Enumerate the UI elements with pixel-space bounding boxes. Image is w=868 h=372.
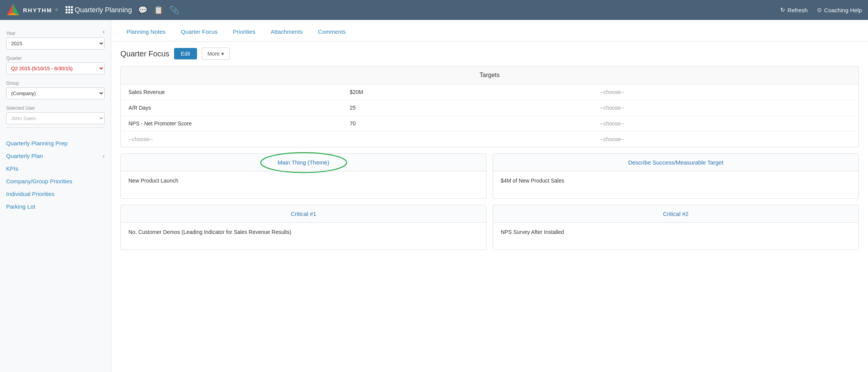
selected-user-select[interactable]: John Sales <box>6 112 105 124</box>
quarter-select[interactable]: Q2 2015 (5/10/15 - 6/30/15) <box>6 63 105 74</box>
coaching-help-button[interactable]: ⊙ Coaching Help <box>817 7 862 13</box>
tab-planning-notes[interactable]: Planning Notes <box>119 23 173 41</box>
page-title: Quarterly Planning <box>75 6 132 14</box>
main-thing-card: Main Thing (Theme) New Product Launch <box>120 153 487 199</box>
nav-right: ↻ Refresh ⊙ Coaching Help <box>780 7 862 13</box>
target-name-2: A/R Days <box>121 100 342 116</box>
sidebar-collapse-button[interactable]: ‹ <box>103 28 105 35</box>
more-button[interactable]: More ▾ <box>202 48 230 60</box>
sidebar-item-individual-priorities[interactable]: Individual Priorities <box>6 188 105 200</box>
tab-attachments[interactable]: Attachments <box>263 23 310 41</box>
selected-user-label: Selected User <box>6 105 105 111</box>
target-value-4 <box>342 132 490 147</box>
describe-success-card: Describe Success/Measurable Target $4M o… <box>493 153 859 199</box>
sidebar: Year ‹ 2015 Quarter Q2 2015 (5/10/15 - 6… <box>0 20 111 372</box>
content-area: Planning Notes Quarter Focus Priorities … <box>111 20 868 372</box>
quarter-label: Quarter <box>6 56 105 61</box>
tab-quarter-focus[interactable]: Quarter Focus <box>173 23 225 41</box>
tabs-row: Planning Notes Quarter Focus Priorities … <box>111 23 868 41</box>
sidebar-item-kpis[interactable]: KPIs <box>6 162 105 175</box>
tab-priorities[interactable]: Priorities <box>225 23 263 41</box>
table-row: Sales Revenue $20M --choose-- <box>121 84 858 100</box>
content-body: Targets Sales Revenue $20M --choose-- A/… <box>111 66 868 265</box>
table-row: A/R Days 25 --choose-- <box>121 100 858 116</box>
logo-text: RHYTHM <box>23 7 52 13</box>
targets-table: Sales Revenue $20M --choose-- A/R Days 2… <box>121 84 858 147</box>
chat-icon[interactable]: 💬 <box>138 5 148 15</box>
top-navigation: RHYTHM ® Quarterly Planning 💬 📋 📎 ↻ Refr… <box>0 0 868 20</box>
targets-card: Targets Sales Revenue $20M --choose-- A/… <box>120 66 859 147</box>
tab-comments[interactable]: Comments <box>310 23 353 41</box>
critical-1-body: No. Customer Demos (Leading Indicator fo… <box>121 223 486 250</box>
critical-grid: Critical #1 No. Customer Demos (Leading … <box>120 205 859 250</box>
main-theme-grid: Main Thing (Theme) New Product Launch De… <box>120 153 859 199</box>
target-choose-1: --choose-- <box>592 84 858 100</box>
target-value-2: 25 <box>342 100 490 116</box>
describe-success-body: $4M of New Product Sales <box>493 171 858 198</box>
rhythm-logo <box>6 3 20 17</box>
critical-2-card: Critical #2 NPS Survey After Installed <box>493 205 859 250</box>
target-choose-4: --choose-- <box>592 132 858 147</box>
refresh-icon: ↻ <box>780 7 785 13</box>
target-name-4: --choose-- <box>121 132 342 147</box>
sidebar-item-company-group-priorities[interactable]: Company/Group Priorities <box>6 175 105 188</box>
target-value-3: 70 <box>342 116 490 132</box>
logo-area: RHYTHM ® <box>6 3 58 17</box>
critical-2-body: NPS Survey After Installed <box>493 223 858 250</box>
target-empty-2 <box>490 100 592 116</box>
group-label: Group <box>6 81 105 86</box>
copy-icon[interactable]: 📋 <box>154 5 163 15</box>
target-name-3: NPS - Net Promoter Score <box>121 116 342 132</box>
target-choose-3: --choose-- <box>592 116 858 132</box>
chevron-left-icon: ‹ <box>103 153 105 159</box>
question-circle-icon: ⊙ <box>817 7 822 13</box>
critical-1-card: Critical #1 No. Customer Demos (Leading … <box>120 205 487 250</box>
main-layout: Year ‹ 2015 Quarter Q2 2015 (5/10/15 - 6… <box>0 20 868 372</box>
year-select[interactable]: 2015 <box>6 38 105 49</box>
target-name-1: Sales Revenue <box>121 84 342 100</box>
target-choose-2: --choose-- <box>592 100 858 116</box>
quarter-focus-title: Quarter Focus <box>120 49 169 58</box>
year-label: Year <box>6 31 15 36</box>
grid-icon[interactable] <box>66 6 73 14</box>
sidebar-item-parking-lot[interactable]: Parking Lot <box>6 200 105 213</box>
main-thing-header: Main Thing (Theme) <box>121 154 486 171</box>
table-row: --choose-- --choose-- <box>121 132 858 147</box>
critical-1-header: Critical #1 <box>121 205 486 223</box>
nav-icons: 💬 📋 📎 <box>138 5 179 15</box>
refresh-button[interactable]: ↻ Refresh <box>780 7 808 13</box>
paperclip-icon[interactable]: 📎 <box>169 5 179 15</box>
target-empty-3 <box>490 116 592 132</box>
table-row: NPS - Net Promoter Score 70 --choose-- <box>121 116 858 132</box>
chevron-down-icon: ▾ <box>221 51 224 57</box>
describe-success-header: Describe Success/Measurable Target <box>493 154 858 171</box>
sidebar-nav: Quarterly Planning Prep Quarterly Plan ‹… <box>6 137 105 213</box>
sidebar-item-quarterly-planning-prep[interactable]: Quarterly Planning Prep <box>6 137 105 150</box>
critical-2-header: Critical #2 <box>493 205 858 223</box>
target-empty-4 <box>490 132 592 147</box>
targets-header: Targets <box>121 66 858 84</box>
edit-button[interactable]: Edit <box>174 48 197 59</box>
target-value-1: $20M <box>342 84 490 100</box>
target-empty-1 <box>490 84 592 100</box>
group-select[interactable]: (Company) <box>6 87 105 99</box>
section-header: Quarter Focus Edit More ▾ <box>111 41 868 66</box>
main-thing-body: New Product Launch <box>121 171 486 198</box>
sidebar-item-quarterly-plan[interactable]: Quarterly Plan ‹ <box>6 150 105 162</box>
